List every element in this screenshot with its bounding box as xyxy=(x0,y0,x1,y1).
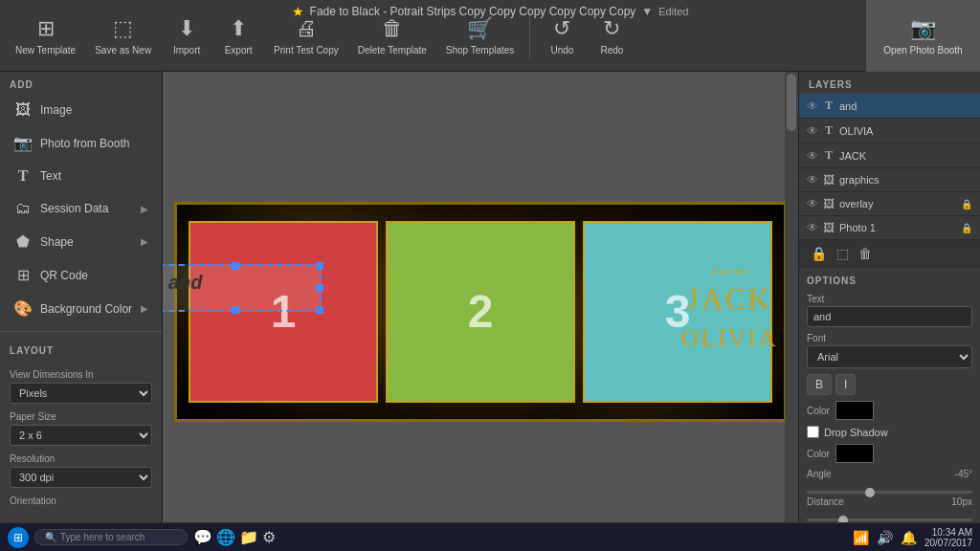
img-layer-icon-photo1: 🖼 xyxy=(822,221,835,234)
taskbar-app-cortana[interactable]: 💬 xyxy=(193,528,212,546)
scrollbar-thumb[interactable] xyxy=(787,74,796,131)
left-sidebar: ADD 🖼 Image 📷 Photo from Booth T Text 🗂 … xyxy=(0,72,163,551)
save-as-new-button[interactable]: ⬚ Save as New xyxy=(87,11,159,61)
layers-title: LAYERS xyxy=(799,72,980,94)
name-display: JACK OLIVIA xyxy=(686,205,772,419)
canvas-area[interactable]: 1 and 2 3 xyxy=(163,72,798,551)
view-dimensions-select[interactable]: Pixels xyxy=(10,383,152,404)
taskbar-search-box[interactable]: 🔍 Type here to search xyxy=(34,529,188,545)
taskbar-app-explorer[interactable]: 📁 xyxy=(239,528,258,546)
font-select[interactable]: Arial xyxy=(807,345,972,368)
angle-slider[interactable] xyxy=(807,491,972,494)
undo-label: Undo xyxy=(550,45,573,55)
layer-item-and[interactable]: 👁 T and xyxy=(799,94,980,119)
notification-icon[interactable]: 🔔 xyxy=(901,530,917,545)
clock: 10:34 AM 20/07/2017 xyxy=(924,527,972,548)
text-label: Text xyxy=(807,294,972,304)
taskbar-app-settings[interactable]: ⚙ xyxy=(262,528,276,546)
eye-icon-and[interactable]: 👁 xyxy=(807,99,818,113)
sidebar-item-photo-from-booth[interactable]: 📷 Photo from Booth xyxy=(4,126,158,160)
network-icon[interactable]: 📶 xyxy=(853,530,869,545)
eye-icon-overlay[interactable]: 👁 xyxy=(807,197,818,210)
drop-shadow-label: Drop Shadow xyxy=(824,427,888,438)
layer-item-overlay[interactable]: 👁 🖼 overlay 🔒 xyxy=(799,192,980,216)
handle-top-mid[interactable] xyxy=(232,262,239,270)
distance-row: Distance 10px xyxy=(807,496,972,507)
handle-bottom-right[interactable] xyxy=(316,306,323,314)
layer-item-jack[interactable]: 👁 T JACK xyxy=(799,143,980,168)
layer-lock-button[interactable]: 🔒 xyxy=(807,244,831,263)
cell-2-number: 2 xyxy=(468,285,494,338)
resolution-select[interactable]: 300 dpi xyxy=(10,467,152,488)
lock-icon-overlay: 🔒 xyxy=(961,199,972,209)
orientation-field: Orientation xyxy=(0,492,162,513)
print-icon: 🖨 xyxy=(296,16,317,41)
handle-bottom-mid[interactable] xyxy=(232,306,239,314)
qr-code-icon: ⊞ xyxy=(13,266,33,284)
shadow-color-swatch[interactable] xyxy=(835,444,874,463)
italic-button[interactable]: I xyxy=(835,374,856,395)
paper-size-select[interactable]: 2 x 6 xyxy=(10,425,152,446)
eye-icon-photo1[interactable]: 👁 xyxy=(807,221,818,234)
layer-item-olivia[interactable]: 👁 T OLIVIA xyxy=(799,119,980,143)
new-template-button[interactable]: ⊞ New Template xyxy=(8,11,83,61)
eye-icon-olivia[interactable]: 👁 xyxy=(807,124,818,138)
layer-copy-button[interactable]: ⬚ xyxy=(833,244,853,263)
text-layer-icon-and: T xyxy=(822,99,835,113)
sidebar-item-qr-code[interactable]: ⊞ QR Code xyxy=(4,258,158,292)
text-input[interactable] xyxy=(807,306,972,327)
sidebar-item-qr-code-label: QR Code xyxy=(40,269,148,282)
text-icon: T xyxy=(13,167,33,185)
view-dimensions-field: View Dimensions In Pixels xyxy=(0,365,162,408)
handle-top-right[interactable] xyxy=(316,262,323,270)
import-button[interactable]: ⬇ Import xyxy=(163,11,211,61)
layer-delete-button[interactable]: 🗑 xyxy=(855,244,876,263)
open-photo-booth-button[interactable]: 📷 Open Photo Booth xyxy=(865,0,980,72)
dot-1 xyxy=(712,270,716,274)
vertical-scrollbar[interactable] xyxy=(785,72,798,551)
volume-icon[interactable]: 🔊 xyxy=(877,530,893,545)
save-as-new-icon: ⬚ xyxy=(113,16,133,41)
resolution-field: Resolution 300 dpi xyxy=(0,450,162,492)
layer-item-photo1[interactable]: 👁 🖼 Photo 1 🔒 xyxy=(799,216,980,240)
session-data-icon: 🗂 xyxy=(13,200,33,217)
photo-cell-1[interactable]: 1 and xyxy=(189,221,378,403)
photo-cell-2[interactable]: 2 xyxy=(386,221,575,403)
color-label: Color xyxy=(807,406,830,416)
sidebar-item-background-color[interactable]: 🎨 Background Color ▶ xyxy=(4,292,158,325)
drop-shadow-checkbox[interactable] xyxy=(807,426,819,438)
main-content: ADD 🖼 Image 📷 Photo from Booth T Text 🗂 … xyxy=(0,72,980,551)
search-icon: 🔍 xyxy=(45,532,56,542)
export-button[interactable]: ⬆ Export xyxy=(214,11,262,61)
eye-icon-jack[interactable]: 👁 xyxy=(807,149,818,163)
title-bar: ★ Fade to Black - Potrait Strips Copy Co… xyxy=(292,0,689,19)
text-color-swatch[interactable] xyxy=(835,401,874,420)
taskbar-app-edge[interactable]: 🌐 xyxy=(216,528,235,546)
sidebar-item-text[interactable]: T Text xyxy=(4,160,158,192)
sidebar-item-image[interactable]: 🖼 Image xyxy=(4,94,158,126)
layout-section-title: LAYOUT xyxy=(0,338,162,360)
layer-name-olivia: OLIVIA xyxy=(839,125,972,137)
dot-2 xyxy=(720,270,724,274)
layer-name-overlay: overlay xyxy=(839,198,957,209)
text-overlay[interactable]: and xyxy=(163,264,322,312)
start-button[interactable]: ⊞ xyxy=(8,527,29,548)
layer-item-graphics[interactable]: 👁 🖼 graphics xyxy=(799,168,980,192)
eye-icon-graphics[interactable]: 👁 xyxy=(807,173,818,187)
save-as-new-label: Save as New xyxy=(95,45,151,55)
sidebar-item-session-data[interactable]: 🗂 Session Data ▶ xyxy=(4,192,158,225)
sidebar-item-shape[interactable]: ⬟ Shape ▶ xyxy=(4,225,158,258)
photo-strip: 1 and 2 3 xyxy=(174,202,787,422)
font-style-row: B I xyxy=(807,374,972,395)
paper-size-field: Paper Size 2 x 6 xyxy=(0,408,162,450)
title-dropdown-icon[interactable]: ▼ xyxy=(641,5,653,18)
angle-value: -45° xyxy=(955,469,972,479)
handle-mid-right[interactable] xyxy=(316,284,323,292)
bold-button[interactable]: B xyxy=(807,374,832,395)
distance-slider[interactable] xyxy=(807,518,972,521)
options-title: OPTIONS xyxy=(807,276,972,286)
time-display: 10:34 AM xyxy=(924,527,972,538)
sidebar-item-image-label: Image xyxy=(40,103,148,117)
title-star-icon: ★ xyxy=(292,4,304,19)
font-label: Font xyxy=(807,333,972,343)
